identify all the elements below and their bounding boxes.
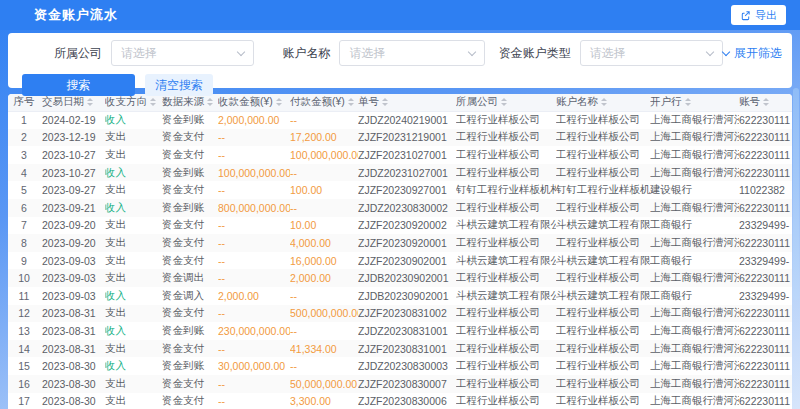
sort-icon[interactable]	[87, 98, 93, 106]
sort-icon[interactable]	[150, 98, 156, 106]
cell-company: 工程行业样板公司	[456, 357, 556, 375]
cell-seq: 5	[8, 181, 42, 199]
cell-company: 工程行业样板公司	[456, 305, 556, 323]
cell-direction: 收入	[105, 111, 162, 129]
col-header-label: 序号	[14, 95, 35, 107]
cell-account-name: 工程行业样板公司	[556, 269, 650, 287]
account-type-select[interactable]: 请选择	[580, 40, 723, 66]
vertical-scrollbar[interactable]	[793, 88, 799, 300]
cell-seq: 14	[8, 340, 42, 358]
col-header-direction[interactable]: 收支方向	[105, 94, 162, 111]
cell-trade-date: 2023-08-30	[42, 375, 105, 393]
cell-direction: 支出	[105, 375, 162, 393]
cell-bank: 上海工商银行漕河泾支行	[650, 393, 739, 409]
sort-icon[interactable]	[382, 98, 388, 106]
cell-bank: 上海工商银行漕河泾支行	[650, 111, 739, 129]
cell-company: 工程行业样板公司	[456, 322, 556, 340]
cell-account-no: 622230111	[739, 164, 792, 182]
cell-account-name: 工程行业样板公司	[556, 340, 650, 358]
cell-trade-date: 2023-09-21	[42, 199, 105, 217]
col-header-account-name[interactable]: 账户名称	[556, 94, 650, 111]
col-header-order-no[interactable]: 单号	[358, 94, 456, 111]
cell-company: 工程行业样板公司	[456, 129, 556, 147]
cell-account-no: 622230111	[739, 199, 792, 217]
table-row: 172023-08-30支出资金支付--3,300.00ZJZF20230830…	[8, 393, 792, 409]
cell-direction: 支出	[105, 146, 162, 164]
col-header-data-source[interactable]: 数据来源	[162, 94, 218, 111]
col-header-trade-date[interactable]: 交易日期	[42, 94, 105, 111]
search-button[interactable]: 搜索	[22, 74, 135, 96]
cell-order-no: ZJZF20230920001	[358, 234, 456, 252]
cell-pay-amount: --	[290, 111, 358, 129]
cell-company: 工程行业样板公司	[456, 375, 556, 393]
cell-receive-amount: --	[218, 146, 290, 164]
col-header-company[interactable]: 所属公司	[456, 94, 556, 111]
cell-pay-amount: 3,300.00	[290, 393, 358, 409]
cell-account-name: 工程行业样板公司	[556, 393, 650, 409]
cell-bank: 上海工商银行漕河泾支行	[650, 340, 739, 358]
cell-trade-date: 2023-09-27	[42, 181, 105, 199]
cell-account-no: 23329499-	[739, 217, 792, 235]
cell-bank: 工商银行	[650, 217, 739, 235]
cell-data-source: 资金支付	[162, 129, 218, 147]
cell-direction: 支出	[105, 217, 162, 235]
cell-account-no: 23329499-	[739, 287, 792, 305]
top-bar: 资金账户流水 导出	[0, 0, 800, 30]
cell-trade-date: 2023-10-27	[42, 164, 105, 182]
cell-receive-amount: --	[218, 305, 290, 323]
cell-account-name: 工程行业样板公司	[556, 146, 650, 164]
clear-search-button[interactable]: 清空搜索	[145, 74, 213, 96]
sort-icon[interactable]	[501, 98, 507, 106]
expand-filters-label: 展开筛选	[734, 45, 782, 62]
col-header-bank[interactable]: 开户行	[650, 94, 739, 111]
col-header-account-no[interactable]: 账号	[739, 94, 792, 111]
table-row: 12024-02-19收入资金到账2,000,000.00--ZJDZ20240…	[8, 111, 792, 129]
account-name-select[interactable]: 请选择	[339, 40, 484, 66]
sort-icon[interactable]	[348, 98, 354, 106]
cell-company: 工程行业样板公司	[456, 234, 556, 252]
cell-bank: 上海工商银行漕河泾支行	[650, 357, 739, 375]
cell-seq: 8	[8, 234, 42, 252]
flow-table: 序号交易日期收支方向数据来源收款金额(¥)付款金额(¥)单号所属公司账户名称开户…	[8, 94, 792, 409]
col-header-label: 单号	[358, 95, 379, 107]
sort-icon[interactable]	[763, 98, 769, 106]
cell-receive-amount: --	[218, 340, 290, 358]
cell-account-name: 斗栱云建筑工程有限公司	[556, 252, 650, 270]
cell-pay-amount: 2,000.00	[290, 269, 358, 287]
cell-data-source: 资金支付	[162, 146, 218, 164]
chevron-down-icon	[706, 48, 714, 56]
cell-seq: 12	[8, 305, 42, 323]
filter-row: 所属公司 请选择 账户名称 请选择 资金账户类型 请选择 展开筛选	[8, 40, 792, 66]
col-header-receive-amount[interactable]: 收款金额(¥)	[218, 94, 290, 111]
col-header-label: 交易日期	[42, 95, 84, 107]
company-select-placeholder: 请选择	[121, 45, 157, 62]
sort-icon[interactable]	[276, 98, 282, 106]
sort-icon[interactable]	[685, 98, 691, 106]
cell-company: 钉钉工程行业样板机构	[456, 181, 556, 199]
cell-account-no: 622230111	[739, 393, 792, 409]
table-row: 102023-09-03支出资金调出--2,000.00ZJDB20230902…	[8, 269, 792, 287]
account-type-select-placeholder: 请选择	[590, 45, 626, 62]
cell-pay-amount: 4,000.00	[290, 234, 358, 252]
cell-data-source: 资金支付	[162, 340, 218, 358]
col-header-label: 所属公司	[456, 95, 498, 107]
cell-direction: 支出	[105, 252, 162, 270]
cell-bank: 上海工商银行漕河泾支行	[650, 269, 739, 287]
sort-icon[interactable]	[207, 98, 213, 106]
cell-direction: 支出	[105, 340, 162, 358]
cell-bank: 建设银行	[650, 181, 739, 199]
cell-bank: 上海工商银行漕河泾支行	[650, 146, 739, 164]
expand-filters-link[interactable]: 展开筛选	[723, 45, 782, 62]
col-header-pay-amount[interactable]: 付款金额(¥)	[290, 94, 358, 111]
sort-icon[interactable]	[601, 98, 607, 106]
cell-trade-date: 2023-10-27	[42, 146, 105, 164]
cell-trade-date: 2023-09-20	[42, 217, 105, 235]
cell-order-no: ZJZF20230831001	[358, 340, 456, 358]
cell-pay-amount: 41,334.00	[290, 340, 358, 358]
cell-account-name: 工程行业样板公司	[556, 322, 650, 340]
cell-account-no: 23329499-	[739, 252, 792, 270]
cell-account-no: 11022382	[739, 181, 792, 199]
company-select[interactable]: 请选择	[111, 40, 254, 66]
cell-receive-amount: 230,000,000.00	[218, 322, 290, 340]
export-button[interactable]: 导出	[731, 5, 786, 25]
